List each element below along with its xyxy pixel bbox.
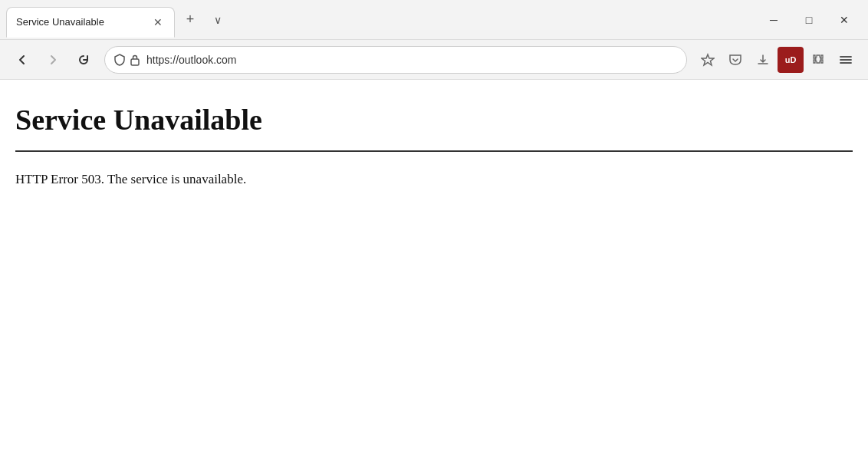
nav-bar: https://outlook.com uD bbox=[0, 40, 868, 80]
page-content: Service Unavailable HTTP Error 503. The … bbox=[0, 80, 868, 468]
svg-marker-1 bbox=[702, 54, 714, 65]
address-text: https://outlook.com bbox=[146, 54, 677, 66]
error-body: HTTP Error 503. The service is unavailab… bbox=[15, 172, 853, 187]
active-tab[interactable]: Service Unavailable ✕ bbox=[6, 7, 175, 38]
hamburger-icon bbox=[839, 53, 853, 67]
new-tab-button[interactable]: + bbox=[178, 8, 202, 32]
bookmark-button[interactable] bbox=[695, 47, 721, 73]
extension-button[interactable] bbox=[805, 47, 831, 73]
toolbar-right: uD bbox=[695, 47, 859, 73]
back-button[interactable] bbox=[9, 47, 35, 73]
minimize-button[interactable]: ─ bbox=[756, 8, 791, 32]
maximize-button[interactable]: □ bbox=[791, 8, 827, 32]
refresh-icon bbox=[77, 54, 90, 66]
forward-button[interactable] bbox=[40, 47, 66, 73]
forward-icon bbox=[47, 54, 59, 66]
tab-title: Service Unavailable bbox=[16, 16, 145, 28]
puzzle-icon bbox=[811, 53, 825, 67]
back-icon bbox=[16, 54, 28, 66]
pocket-button[interactable] bbox=[722, 47, 748, 73]
download-button[interactable] bbox=[750, 47, 776, 73]
address-bar-icons bbox=[114, 54, 140, 66]
svg-rect-0 bbox=[131, 59, 139, 65]
pocket-icon bbox=[728, 53, 742, 67]
window-controls: ─ □ ✕ bbox=[756, 8, 862, 32]
ublock-button[interactable]: uD bbox=[778, 47, 804, 73]
window-close-button[interactable]: ✕ bbox=[827, 8, 862, 32]
refresh-button[interactable] bbox=[71, 47, 97, 73]
error-heading: Service Unavailable bbox=[15, 103, 853, 137]
ublock-label: uD bbox=[785, 55, 797, 64]
address-bar[interactable]: https://outlook.com bbox=[104, 46, 687, 74]
error-divider bbox=[15, 150, 853, 152]
lock-icon bbox=[130, 54, 140, 66]
tab-dropdown-button[interactable]: ∨ bbox=[205, 8, 230, 32]
shield-icon bbox=[114, 54, 125, 66]
tab-close-button[interactable]: ✕ bbox=[151, 15, 165, 29]
title-bar: Service Unavailable ✕ + ∨ ─ □ ✕ bbox=[0, 0, 868, 40]
star-icon bbox=[701, 53, 715, 67]
menu-button[interactable] bbox=[833, 47, 859, 73]
download-icon bbox=[756, 53, 770, 67]
